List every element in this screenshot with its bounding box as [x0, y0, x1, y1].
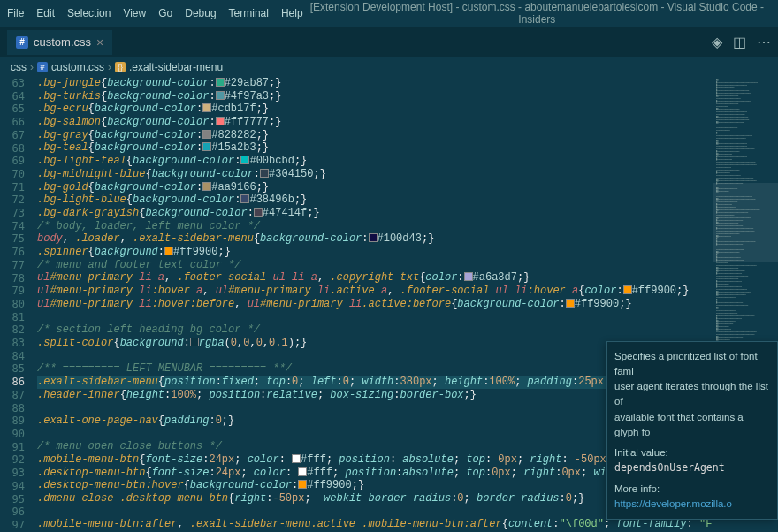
more-actions-icon[interactable]: ⋯	[757, 34, 771, 50]
code-line[interactable]: .bg-midnight-blue{background-color:#3041…	[37, 168, 713, 181]
code-line[interactable]: .bg-turkis{background-color:#4f97a3;}	[37, 90, 713, 103]
breadcrumb-folder[interactable]: css	[11, 61, 27, 73]
menu-item-help[interactable]: Help	[281, 7, 303, 19]
menu-item-terminal[interactable]: Terminal	[229, 7, 269, 19]
tab-bar: # custom.css × ◈ ◫ ⋯	[0, 27, 778, 57]
menu-item-view[interactable]: View	[123, 7, 146, 19]
menu-item-debug[interactable]: Debug	[185, 7, 216, 19]
split-editor-icon[interactable]: ◫	[733, 34, 746, 50]
go-to-next-problem-icon[interactable]: ◈	[712, 34, 722, 50]
chevron-right-icon: ›	[30, 61, 34, 73]
tab-custom-css[interactable]: # custom.css ×	[7, 30, 112, 55]
close-icon[interactable]: ×	[96, 35, 103, 49]
css-file-icon: #	[37, 62, 48, 72]
code-line[interactable]	[37, 310, 713, 323]
breadcrumb-file[interactable]: custom.css	[51, 61, 104, 73]
code-line[interactable]: .bg-salmon{background-color:#ff7777;}	[37, 116, 713, 129]
code-line[interactable]: .bg-gold{background-color:#aa9166;}	[37, 181, 713, 194]
code-line[interactable]: ul#menu-primary li a, .footer-social ul …	[37, 271, 713, 285]
code-line[interactable]: .bg-gray{background-color:#828282;}	[37, 129, 713, 142]
code-line[interactable]: body, .loader, .exalt-sidebar-menu{backg…	[37, 232, 713, 246]
breadcrumb-symbol[interactable]: .exalt-sidebar-menu	[129, 61, 223, 73]
tab-label: custom.css	[34, 35, 91, 49]
code-line[interactable]: .bg-light-teal{background-color:#00bcbd;…	[37, 155, 713, 168]
line-numbers: 6364656667686970717273747576777879808182…	[0, 77, 37, 532]
minimap-thumb[interactable]	[713, 183, 778, 262]
code-line[interactable]: /* section left heading bg color */	[37, 323, 713, 337]
tooltip-link[interactable]: https://developer.mozilla.o	[614, 498, 732, 509]
code-line[interactable]: .bg-jungle{background-color:#29ab87;}	[37, 77, 713, 90]
breadcrumbs[interactable]: css › # custom.css › {} .exalt-sidebar-m…	[0, 57, 778, 77]
code-line[interactable]: ul#menu-primary li:hover a, ul#menu-prim…	[37, 285, 713, 298]
code-line[interactable]: .bg-light-blue{background-color:#38496b;…	[37, 194, 713, 207]
menubar: FileEditSelectionViewGoDebugTerminalHelp	[7, 7, 303, 19]
chevron-right-icon: ›	[108, 61, 111, 73]
code-line[interactable]: .mobile-menu-btn:after, .exalt-sidebar-m…	[37, 518, 713, 531]
tooltip-description: Specifies a prioritized list of font fam…	[614, 349, 770, 441]
titlebar: FileEditSelectionViewGoDebugTerminalHelp…	[0, 0, 778, 27]
code-line[interactable]: ul#menu-primary li:hover:before, ul#menu…	[37, 298, 713, 311]
tooltip-more-info-label: More info:	[614, 483, 660, 494]
menu-item-go[interactable]: Go	[158, 7, 172, 19]
window-title: [Extension Development Host] - custom.cs…	[303, 1, 771, 26]
hover-tooltip: Specifies a prioritized list of font fam…	[606, 341, 778, 521]
code-line[interactable]: .bg-teal{background-color:#15a2b3;}	[37, 141, 713, 155]
code-line[interactable]: /* menu and footer text color */	[37, 259, 713, 272]
menu-item-selection[interactable]: Selection	[67, 7, 111, 19]
tooltip-initial-label: Initial value:	[614, 447, 668, 458]
code-line[interactable]: .spinner{background:#ff9900;}	[37, 246, 713, 259]
css-file-icon: #	[16, 36, 28, 49]
menu-item-edit[interactable]: Edit	[36, 7, 55, 19]
tooltip-initial-value: dependsOnUserAgent	[614, 461, 725, 474]
code-line[interactable]: .bg-ecru{background-color:#cdb17f;}	[37, 103, 713, 116]
menu-item-file[interactable]: File	[7, 7, 24, 19]
code-line[interactable]: .bg-dark-grayish{background-color:#47414…	[37, 207, 713, 220]
code-line[interactable]: /* body, loader, left menu color */	[37, 220, 713, 233]
css-rule-icon: {}	[115, 62, 126, 72]
